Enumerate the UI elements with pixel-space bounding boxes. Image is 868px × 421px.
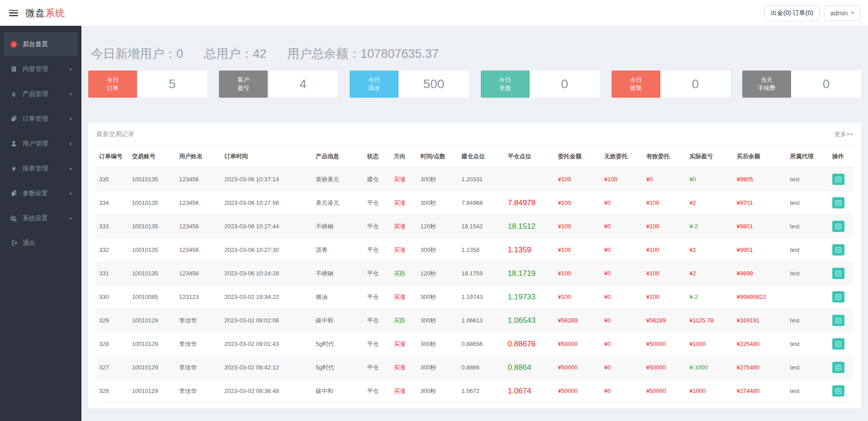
cell-product: 不锈钢 [313,262,365,285]
stat-card: 当天手续费0 [742,71,861,98]
row-detail-button[interactable] [832,315,844,326]
panel-title: 最新交易记录 [96,130,134,138]
cell-valid_amount: ¥100 [644,215,687,238]
cell-order_time: 2023-03-06 10:27:44 [222,215,313,238]
latest-trades-panel: 最新交易记录 更多>> 订单编号交易账号用户姓名订单时间产品信息状态方向时间/点… [88,123,861,408]
cell-username: 123456 [176,215,222,238]
row-detail-button[interactable] [832,221,844,232]
cell-valid_amount: ¥100 [644,238,687,262]
sidebar-item-orders[interactable]: 订单管理▶ [4,107,78,131]
cell-order_id: 326 [96,379,129,403]
cell-order_time: 2023-03-02 09:01:43 [222,332,313,356]
cell-duration: 300秒 [417,332,459,356]
cell-profit: ¥1000 [687,379,734,403]
cell-account: 10010135 [129,215,176,238]
stat-card-label: 当天手续费 [742,71,791,98]
stat-card: 今日充值0 [481,71,600,98]
cell-open_point: 1.19743 [459,285,505,309]
chevron-right-icon: ▶ [70,117,72,120]
cell-open_point: 18.1542 [459,215,505,238]
cell-status: 平仓 [364,332,391,356]
row-detail-button[interactable] [832,197,844,208]
cell-product: 5g时代 [313,332,365,356]
row-detail-button[interactable] [832,268,844,279]
sidebar-item-params[interactable]: 参数设置▶ [4,181,78,205]
cell-order_id: 334 [96,191,129,215]
cell-product: 燃油 [313,285,365,309]
cell-direction: 买涨 [391,168,417,191]
sidebar-item-dashboard[interactable]: 后台首页 [4,32,78,56]
sidebar-item-label: 系统设置 [23,214,48,222]
cell-profit: ¥0 [687,168,734,191]
cell-amount: ¥100 [555,262,602,285]
table-row: 332100101351234562023-03-06 10:27:30沥青平仓… [96,238,853,262]
withdraw-orders-button[interactable]: 出金(0) 订单(0) [764,5,820,21]
logo-accent: 系统 [45,8,65,18]
admin-menu-button[interactable]: admin [824,5,861,21]
cell-open_point: 0.88656 [459,332,505,356]
cell-invalid_amount: ¥0 [602,356,644,379]
column-header-open_point: 建仓点位 [459,146,505,168]
row-detail-button[interactable] [832,174,844,185]
row-detail-button[interactable] [832,385,844,397]
cell-balance: ¥9801 [734,215,787,238]
sidebar-item-gear[interactable]: 系统设置▶ [4,206,78,230]
cell-account: 10010135 [129,168,176,191]
cell-account: 10010085 [129,285,176,309]
cell-product: 美元港元 [313,191,365,215]
cell-action [830,356,853,379]
table-row: 330100100851231232023-03-02 19:34:22燃油平仓… [96,285,853,309]
cell-status: 建仓 [364,168,391,191]
cell-action [830,309,853,332]
menu-toggle-icon[interactable] [9,10,18,16]
main-content: 今日新增用户：0 总用户：42 用户总余额：107807635.37 今日订单5… [81,26,868,421]
cell-order_time: 2023-03-06 10:37:14 [222,168,313,191]
chevron-right-icon: ▶ [70,67,72,71]
more-link[interactable]: 更多>> [835,130,853,138]
table-row: 333100101351234562023-03-06 10:27:44不锈钢平… [96,215,853,238]
cell-username: 李佳华 [176,379,222,403]
cell-product: 碳中和 [313,379,365,403]
cell-close_point: 18.1719 [505,262,555,285]
cell-order_time: 2023-03-06 10:27:30 [222,238,313,262]
sidebar-item-yen[interactable]: ¥报表管理▶ [4,156,78,180]
cell-balance: ¥99899822 [734,285,787,309]
cell-profit: ¥-2 [687,215,734,238]
cell-agent: test [787,191,830,215]
cell-agent: test [787,238,830,262]
sidebar-item-logout[interactable]: 退出 [4,231,78,255]
sidebar-item-label: 订单管理 [23,115,48,123]
sidebar-item-user[interactable]: 用户管理▶ [4,132,78,156]
column-header-valid_amount: 有效委托 [644,146,687,168]
cell-username: 123456 [176,262,222,285]
row-detail-button[interactable] [832,244,844,255]
column-header-invalid_amount: 无效委托 [602,146,644,168]
stat-card-label: 今日流水 [350,71,398,98]
row-detail-button[interactable] [832,291,844,303]
column-header-action: 操作 [830,146,853,168]
cell-close_point: 1.06543 [505,309,555,332]
row-detail-button[interactable] [832,338,844,350]
column-header-product: 产品信息 [313,146,365,168]
cell-duration: 300秒 [417,379,459,403]
row-detail-button[interactable] [832,362,844,373]
cell-balance: ¥225480 [734,332,787,356]
table-header-row: 订单编号交易账号用户姓名订单时间产品信息状态方向时间/点数建仓点位平仓点位委托金… [96,146,853,168]
cell-order_id: 330 [96,285,129,309]
cell-account: 10010135 [129,191,176,215]
cell-open_point: 1.06613 [459,309,505,332]
app-window: 微盘系统 出金(0) 订单(0) admin 后台首页内容管理▶฿产品管理▶订单… [0,0,868,421]
cell-open_point: 1.20331 [459,168,505,191]
cell-close_point [505,168,555,191]
table-row: 335100101351234562023-03-06 10:37:14英镑美元… [96,168,853,191]
cell-agent: test [787,356,830,379]
cell-amount: ¥50000 [555,379,602,403]
sidebar-item-bitcoin[interactable]: ฿产品管理▶ [4,82,78,106]
cell-direction: 买跌 [391,309,417,332]
cell-profit: ¥2 [687,191,734,215]
cell-close_point: 0.8864 [505,356,555,379]
cell-order_id: 333 [96,215,129,238]
stat-card-value: 0 [530,71,600,98]
sidebar-item-content[interactable]: 内容管理▶ [4,57,78,81]
cell-status: 平仓 [364,285,391,309]
